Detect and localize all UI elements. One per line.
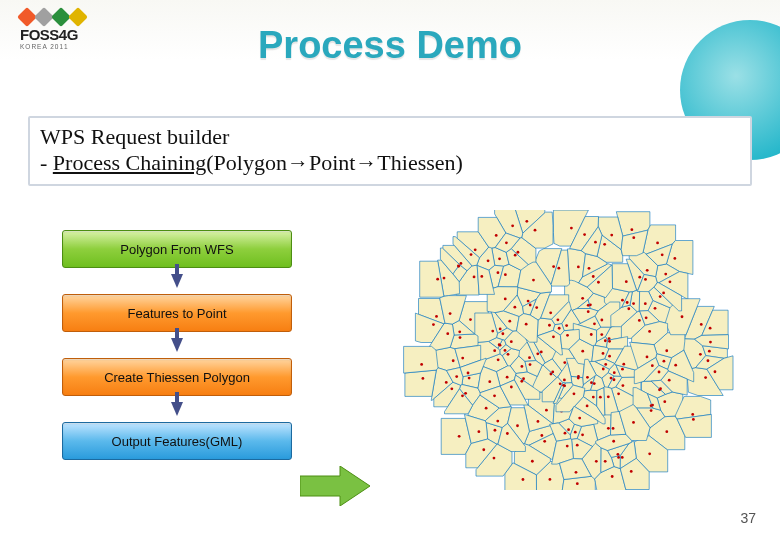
- svg-point-124: [608, 340, 611, 343]
- svg-point-366: [421, 377, 424, 380]
- svg-point-364: [528, 356, 531, 359]
- svg-point-148: [450, 387, 453, 390]
- svg-point-402: [566, 445, 569, 448]
- svg-point-334: [594, 241, 597, 244]
- svg-point-86: [567, 428, 570, 431]
- svg-point-136: [517, 251, 520, 254]
- svg-point-34: [665, 430, 668, 433]
- svg-point-232: [599, 396, 602, 399]
- svg-point-338: [600, 333, 603, 336]
- svg-point-290: [588, 267, 591, 270]
- svg-point-340: [562, 384, 565, 387]
- svg-point-74: [543, 440, 546, 443]
- svg-point-270: [458, 330, 461, 333]
- svg-point-298: [532, 279, 535, 282]
- svg-point-188: [531, 460, 534, 463]
- svg-point-134: [527, 300, 530, 303]
- svg-point-412: [563, 379, 566, 382]
- svg-point-94: [607, 427, 610, 430]
- svg-point-92: [621, 299, 624, 302]
- svg-point-170: [665, 349, 668, 352]
- svg-point-118: [663, 360, 666, 363]
- svg-point-212: [459, 336, 462, 339]
- flow-step: Polygon From WFS: [62, 230, 292, 268]
- svg-point-394: [714, 370, 717, 373]
- flow-step: Create Thiessen Polygon: [62, 358, 292, 396]
- svg-point-2: [525, 220, 528, 223]
- svg-point-292: [607, 395, 610, 398]
- svg-point-6: [570, 227, 573, 230]
- svg-point-130: [549, 478, 552, 481]
- svg-point-332: [692, 418, 695, 421]
- svg-point-190: [630, 470, 633, 473]
- svg-point-146: [445, 381, 448, 384]
- svg-point-356: [549, 311, 552, 314]
- svg-point-174: [632, 302, 635, 305]
- svg-point-256: [691, 413, 694, 416]
- svg-point-182: [507, 353, 510, 356]
- flow-step-label: Features to Point: [128, 306, 227, 321]
- svg-point-180: [581, 433, 584, 436]
- svg-point-106: [497, 271, 500, 274]
- svg-point-342: [651, 364, 654, 367]
- svg-point-410: [632, 421, 635, 424]
- svg-point-56: [468, 377, 471, 380]
- svg-point-216: [455, 375, 458, 378]
- svg-point-142: [558, 327, 561, 330]
- svg-point-370: [626, 301, 629, 304]
- svg-point-4: [611, 475, 614, 478]
- svg-point-202: [610, 377, 613, 380]
- svg-point-408: [566, 334, 569, 337]
- svg-point-158: [498, 343, 501, 346]
- svg-point-330: [520, 380, 523, 383]
- svg-point-42: [583, 233, 586, 236]
- svg-point-288: [436, 278, 439, 281]
- flow-column: Polygon From WFS Features to Point Creat…: [62, 230, 292, 460]
- svg-point-218: [617, 453, 620, 456]
- svg-point-306: [648, 330, 651, 333]
- svg-point-258: [488, 380, 491, 383]
- svg-point-144: [435, 315, 438, 318]
- svg-point-178: [669, 280, 672, 283]
- svg-point-36: [592, 396, 595, 399]
- svg-point-82: [617, 392, 620, 395]
- svg-point-206: [674, 364, 677, 367]
- svg-point-164: [627, 307, 630, 310]
- svg-point-282: [461, 357, 464, 360]
- svg-point-88: [630, 228, 633, 231]
- logo-dot: [68, 7, 88, 27]
- slide-title: Process Demo: [258, 24, 522, 67]
- svg-point-208: [681, 315, 684, 318]
- svg-point-78: [604, 460, 607, 463]
- svg-point-274: [708, 350, 711, 353]
- svg-point-50: [497, 358, 500, 361]
- svg-point-60: [458, 435, 461, 438]
- thiessen-diagram: [390, 210, 740, 490]
- svg-point-116: [494, 429, 497, 432]
- svg-point-184: [610, 234, 613, 237]
- svg-point-272: [650, 409, 653, 412]
- svg-point-160: [586, 405, 589, 408]
- svg-point-30: [498, 257, 501, 260]
- header-box: WPS Request builder - Process Chaining(P…: [28, 116, 752, 186]
- svg-point-128: [537, 420, 540, 423]
- svg-marker-365: [405, 370, 436, 396]
- svg-point-156: [600, 319, 603, 322]
- svg-point-344: [602, 352, 605, 355]
- svg-point-126: [443, 277, 446, 280]
- svg-point-374: [495, 234, 498, 237]
- svg-point-310: [707, 359, 710, 362]
- svg-point-68: [603, 243, 606, 246]
- svg-point-420: [460, 262, 463, 265]
- svg-point-250: [477, 430, 480, 433]
- svg-point-392: [587, 310, 590, 313]
- svg-point-316: [493, 457, 496, 460]
- svg-point-204: [613, 378, 616, 381]
- svg-point-222: [485, 407, 488, 410]
- svg-point-236: [646, 269, 649, 272]
- svg-point-166: [709, 327, 712, 330]
- down-arrow-icon: [171, 274, 183, 288]
- svg-point-278: [622, 363, 625, 366]
- logo-text: FOSS4G: [20, 26, 85, 43]
- svg-point-406: [467, 372, 470, 375]
